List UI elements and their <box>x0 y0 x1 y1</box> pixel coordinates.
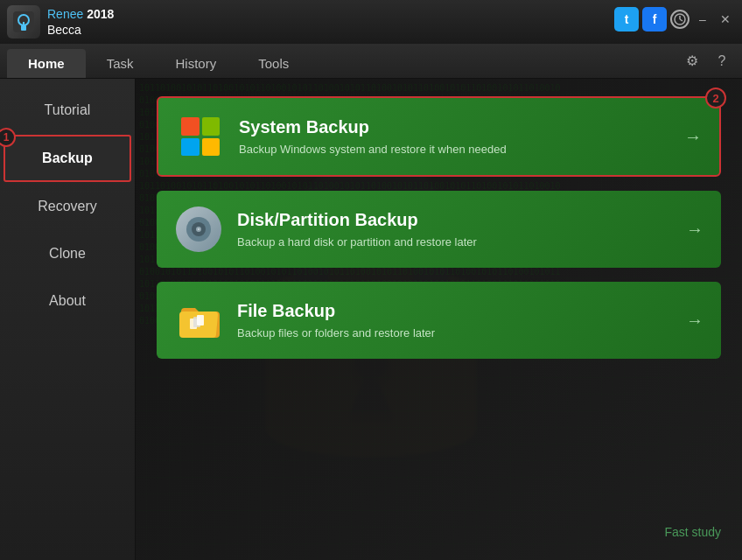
close-button[interactable]: ✕ <box>716 10 735 29</box>
backup-badge: 1 <box>0 128 16 147</box>
system-backup-arrow: → <box>684 127 702 147</box>
sidebar-item-about[interactable]: About <box>4 278 131 324</box>
title-bar-controls: t f – ✕ <box>614 7 735 32</box>
minimize-button[interactable]: – <box>693 10 712 29</box>
win-logo-q2 <box>202 117 220 136</box>
folder-icon <box>176 298 221 343</box>
clock-icon <box>670 10 690 29</box>
sidebar-label-tutorial: Tutorial <box>45 102 91 117</box>
svg-point-10 <box>198 228 200 230</box>
system-backup-desc: Backup Windows system and restore it whe… <box>239 143 674 156</box>
file-backup-desc: Backup files or folders and restore late… <box>237 326 676 340</box>
sidebar-label-about: About <box>49 293 86 308</box>
disk-backup-arrow: → <box>686 220 704 240</box>
nav-tabs: Home Task History Tools ⚙ ? <box>0 44 742 79</box>
app-name-renee: Renee <box>47 7 87 21</box>
content-area: 1011010010101101001010110100101011010010… <box>136 79 742 560</box>
tab-tools[interactable]: Tools <box>237 49 310 78</box>
fast-study-link[interactable]: Fast study <box>664 525 721 539</box>
svg-line-6 <box>680 19 682 21</box>
disk-backup-title: Disk/Partition Backup <box>237 210 676 230</box>
settings-button[interactable]: ⚙ <box>681 50 704 73</box>
disk-backup-text: Disk/Partition Backup Backup a hard disk… <box>237 210 676 248</box>
file-backup-text: File Backup Backup files or folders and … <box>237 301 676 340</box>
nav-tab-right-controls: ⚙ ? <box>681 50 733 73</box>
system-backup-text: System Backup Backup Windows system and … <box>239 117 674 156</box>
tab-history[interactable]: History <box>155 49 238 78</box>
app-name-becca: Becca <box>47 22 114 38</box>
system-backup-badge: 2 <box>705 88 726 108</box>
svg-rect-3 <box>23 22 24 26</box>
sidebar-label-recovery: Recovery <box>38 199 97 214</box>
twitter-button[interactable]: t <box>614 7 639 32</box>
file-backup-card[interactable]: File Backup Backup files or folders and … <box>157 282 721 359</box>
sidebar-label-clone: Clone <box>49 246 86 261</box>
win-logo-q1 <box>181 117 200 136</box>
win-logo-q3 <box>181 138 200 157</box>
disk-backup-desc: Backup a hard disk or partition and rest… <box>237 235 676 248</box>
sidebar-item-tutorial[interactable]: Tutorial <box>4 88 131 133</box>
disk-icon <box>176 206 221 252</box>
app-title: Renee 2018 Becca <box>47 6 114 38</box>
svg-rect-13 <box>197 315 204 326</box>
system-backup-card[interactable]: 2 System Backup Backup Windows system an… <box>157 96 721 177</box>
cards-container: 2 System Backup Backup Windows system an… <box>157 96 721 359</box>
tab-home[interactable]: Home <box>7 49 86 78</box>
file-backup-arrow: → <box>686 311 704 331</box>
sidebar-item-clone[interactable]: Clone <box>4 231 131 276</box>
windows-logo-icon <box>181 117 220 156</box>
file-backup-icon <box>174 296 223 345</box>
sidebar-label-backup: Backup <box>42 150 93 165</box>
sidebar: Tutorial 1 Backup Recovery Clone About <box>0 79 136 560</box>
disk-backup-icon <box>174 205 223 254</box>
facebook-button[interactable]: f <box>642 7 667 32</box>
system-backup-title: System Backup <box>239 117 674 137</box>
system-backup-icon <box>176 112 225 161</box>
main-layout: Tutorial 1 Backup Recovery Clone About 1… <box>0 79 742 560</box>
help-button[interactable]: ? <box>710 50 733 73</box>
app-year: 2018 <box>87 7 114 21</box>
app-logo <box>7 5 40 38</box>
sidebar-item-backup[interactable]: 1 Backup <box>4 135 131 182</box>
title-bar: Renee 2018 Becca t f – ✕ <box>0 0 742 44</box>
disk-backup-card[interactable]: Disk/Partition Backup Backup a hard disk… <box>157 191 721 268</box>
win-logo-q4 <box>202 138 220 157</box>
sidebar-item-recovery[interactable]: Recovery <box>4 184 131 229</box>
tab-task[interactable]: Task <box>86 49 155 78</box>
file-backup-title: File Backup <box>237 301 676 321</box>
